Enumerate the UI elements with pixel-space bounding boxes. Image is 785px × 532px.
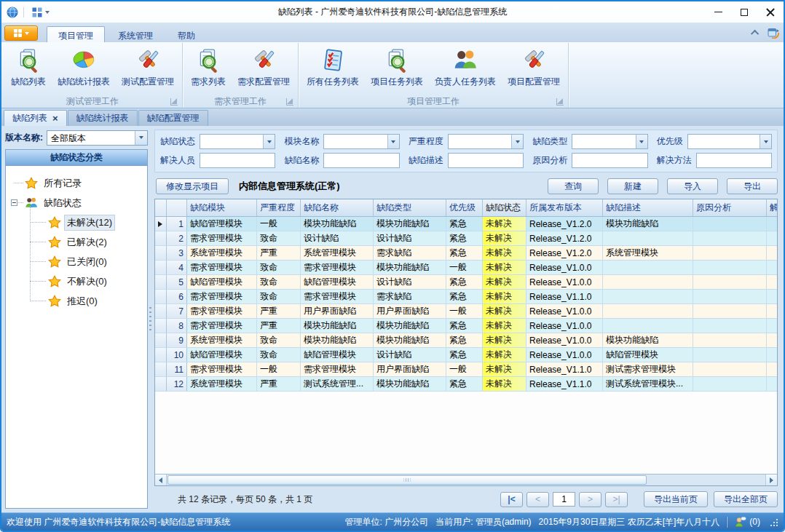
column-header-6[interactable]: 缺陷状态 [483, 199, 526, 216]
dropdown-button[interactable] [387, 135, 399, 148]
row-indicator-cell [155, 362, 167, 376]
column-header-9[interactable]: 原因分析 [693, 199, 767, 216]
dropdown-button[interactable] [760, 135, 771, 148]
table-row[interactable]: 12系统管理模块严重测试系统管理...模块功能缺陷紧急未解决Release_V1… [155, 377, 777, 392]
ribbon-button-project-task-list[interactable]: 项目任务列表 [365, 45, 429, 90]
doc-tab-defect-config-mgmt[interactable]: 缺陷配置管理 [138, 110, 208, 126]
version-select-dropdown-button[interactable] [135, 131, 147, 145]
table-row[interactable]: 7需求管理模块严重用户界面缺陷用户界面缺陷一般未解决Release_V1.0.0 [155, 304, 777, 319]
column-header-10[interactable]: 解决方法 [767, 199, 777, 216]
version-select[interactable]: 全部版本 [47, 130, 148, 146]
table-row[interactable]: 2需求管理模块致命设计缺陷设计缺陷紧急未解决Release_V1.2.0 [155, 231, 777, 246]
ribbon-button-defect-list[interactable]: 缺陷列表 [5, 45, 52, 90]
table-row[interactable]: 9系统管理模块致命模块功能缺陷模块功能缺陷紧急未解决Release_V1.0.0… [155, 333, 777, 348]
tree-node-resolved[interactable]: 已解决(2) [7, 232, 146, 252]
table-row[interactable]: 11需求管理模块一般需求管理模块用户界面缺陷一般未解决Release_V1.1.… [155, 362, 777, 377]
doc-tab-defect-stat-report[interactable]: 缺陷统计报表 [68, 110, 138, 126]
table-row[interactable]: 10缺陷管理模块致命缺陷管理模块设计缺陷紧急未解决Release_V1.0.0缺… [155, 348, 777, 362]
dialog-launcher-icon[interactable] [170, 98, 178, 106]
ribbon-button-defect-stat-report[interactable]: 缺陷统计报表 [52, 45, 116, 90]
dropdown-button[interactable] [511, 135, 523, 148]
table-row[interactable]: 3系统管理模块严重系统管理模块需求缺陷紧急未解决Release_V1.2.0系统… [155, 246, 777, 261]
skin-selector-icon[interactable] [768, 27, 779, 39]
scrollbar-track[interactable] [167, 475, 765, 485]
dropdown-button[interactable] [263, 135, 275, 148]
ribbon-button-all-task-list[interactable]: 所有任务列表 [301, 45, 365, 90]
table-cell: 一般 [257, 217, 301, 231]
scrollbar-thumb[interactable] [167, 475, 647, 485]
new-button[interactable]: 新建 [607, 178, 658, 194]
message-badge[interactable]: (0) [735, 516, 760, 528]
page-number-input[interactable] [553, 492, 575, 507]
ribbon-button-requirement-list[interactable]: 需求列表 [185, 45, 232, 90]
close-button[interactable] [757, 1, 784, 23]
filter-module-name-select[interactable] [323, 134, 399, 149]
search-button[interactable]: 查询 [548, 178, 599, 194]
modify-display-items-button[interactable]: 修改显示项目 [156, 178, 229, 194]
dropdown-button[interactable] [636, 135, 647, 148]
close-tab-icon[interactable]: × [52, 115, 58, 122]
pager-last-button[interactable]: >| [605, 492, 628, 507]
table-row[interactable]: 6需求管理模块致命需求管理模块需求缺陷紧急未解决Release_V1.1.0 [155, 290, 777, 304]
minimize-button[interactable] [705, 1, 731, 23]
ribbon-tab[interactable]: 项目管理 [47, 26, 105, 42]
filter-severity-select[interactable] [448, 134, 524, 149]
export-current-page-button[interactable]: 导出当前页 [644, 491, 708, 507]
application-menu-button[interactable] [4, 25, 38, 41]
ribbon-button-project-config-mgmt[interactable]: 项目配置管理 [502, 45, 566, 90]
doc-search-icon [16, 48, 41, 73]
document-tab-strip: 缺陷列表×缺陷统计报表缺陷配置管理 [1, 108, 784, 126]
tree-node-unresolved[interactable]: 未解决(12) [7, 213, 146, 232]
dialog-launcher-icon[interactable] [286, 98, 293, 106]
ribbon-tab[interactable]: 帮助 [166, 26, 207, 42]
maximize-button[interactable] [731, 1, 757, 23]
filter-priority-select[interactable] [687, 134, 772, 149]
ribbon-tab[interactable]: 系统管理 [106, 26, 165, 42]
ribbon-button-owner-task-list[interactable]: 负责人任务列表 [429, 45, 502, 90]
filter-defect-name-input[interactable] [323, 153, 399, 168]
column-header-2[interactable]: 严重程度 [257, 199, 301, 216]
pager-first-button[interactable]: |< [500, 492, 523, 507]
pager-next-button[interactable]: > [579, 492, 601, 507]
column-header-4[interactable]: 缺陷类型 [374, 199, 446, 216]
table-row[interactable]: 4需求管理模块致命需求管理模块模块功能缺陷一般未解决Release_V1.0.0 [155, 261, 777, 275]
column-header-8[interactable]: 缺陷描述 [603, 199, 693, 216]
filter-resolver-input[interactable] [200, 153, 275, 168]
export-button[interactable]: 导出 [727, 178, 778, 194]
ribbon-button-requirement-config-mgmt[interactable]: 需求配置管理 [232, 45, 296, 90]
export-all-pages-button[interactable]: 导出全部页 [714, 491, 778, 507]
column-header-5[interactable]: 优先级 [446, 199, 483, 216]
table-row[interactable]: 8需求管理模块严重模块功能缺陷模块功能缺陷紧急未解决Release_V1.0.0 [155, 319, 777, 333]
import-button[interactable]: 导入 [667, 178, 718, 194]
expand-collapse-icon[interactable] [11, 199, 17, 206]
tree-node-wont-fix[interactable]: 不解决(0) [7, 271, 146, 291]
tree-node-postponed[interactable]: 推迟(0) [7, 291, 146, 311]
dialog-launcher-icon[interactable] [556, 98, 564, 106]
tree-node-defect-status[interactable]: 缺陷状态 [7, 193, 146, 213]
filter-defect-desc-input[interactable] [448, 153, 524, 168]
panel-splitter[interactable] [148, 126, 153, 512]
tree-node-all-records[interactable]: 所有记录 [7, 173, 146, 193]
table-cell: 未解决 [483, 377, 526, 391]
pager-prev-button[interactable]: < [526, 492, 549, 507]
table-row[interactable]: 5缺陷管理模块致命缺陷管理模块设计缺陷紧急未解决Release_V1.0.0 [155, 275, 777, 290]
ribbon-group-label: 需求管理工作 [214, 95, 267, 108]
quick-access-toolbar-button[interactable] [29, 5, 52, 20]
filter-defect-type-select[interactable] [572, 134, 647, 149]
column-header-3[interactable]: 缺陷名称 [301, 199, 374, 216]
filter-cause-analysis-input[interactable] [572, 153, 647, 168]
filter-defect-status-select[interactable] [200, 134, 275, 149]
scroll-left-button[interactable] [155, 475, 167, 485]
column-header-1[interactable]: 缺陷模块 [187, 199, 257, 216]
doc-tab-defect-list[interactable]: 缺陷列表× [4, 110, 67, 126]
resize-grip-icon[interactable] [769, 517, 778, 527]
ribbon-button-test-config-mgmt[interactable]: 测试配置管理 [116, 45, 180, 90]
ribbon-button-label: 项目任务列表 [371, 76, 423, 88]
collapse-ribbon-icon[interactable] [751, 30, 759, 38]
scroll-right-button[interactable] [765, 475, 777, 485]
horizontal-scrollbar[interactable] [155, 474, 777, 485]
table-row[interactable]: 1缺陷管理模块一般模块功能缺陷模块功能缺陷紧急未解决Release_V1.2.0… [155, 217, 777, 231]
column-header-7[interactable]: 所属发布版本 [526, 199, 603, 216]
filter-solution-input[interactable] [696, 153, 772, 168]
tree-node-closed[interactable]: 已关闭(0) [7, 252, 146, 271]
